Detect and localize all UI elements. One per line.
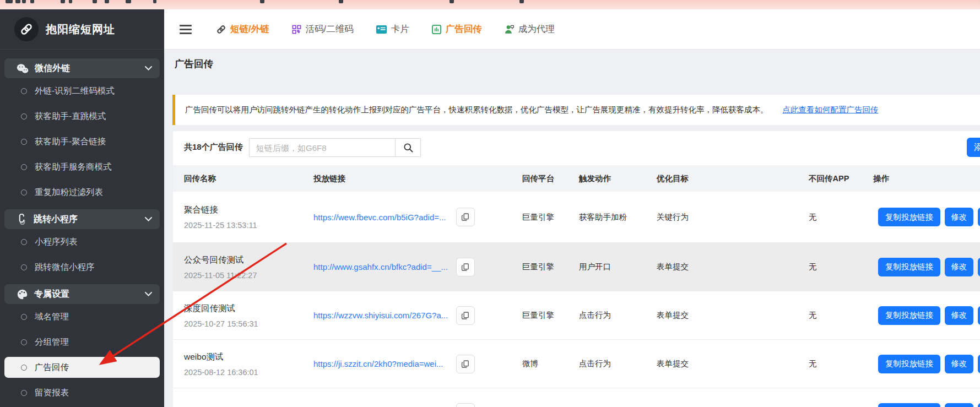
bullet-circle-icon [21, 390, 27, 396]
browser-strip-mark [93, 0, 97, 3]
copy-link-icon-button[interactable] [456, 258, 475, 276]
browser-strip-mark [61, 0, 65, 3]
chain-link-logo-icon [14, 17, 39, 41]
add-callback-button[interactable]: 添 [967, 138, 980, 157]
top-navigation: 短链/外链 活码/二维码 卡片 广告回传 [164, 9, 980, 50]
sidebar-group-label: 跳转小程序 [34, 214, 78, 225]
column-header-url: 投放链接 [313, 173, 522, 184]
table-row: 聚合链接 2025-11-25 13:53:11 https://wew.fbe… [173, 192, 980, 243]
banner-config-help-link[interactable]: 点此查看如何配置广告回传 [783, 105, 879, 115]
nav-item-short-links[interactable]: 短链/外链 [216, 23, 269, 35]
browser-strip-mark [339, 0, 343, 3]
banner-text: 广告回传可以将用户访问跳转外链产生的转化动作上报到对应的广告平台，快速积累转化数… [185, 105, 768, 115]
trigger-action: 用户开口 [579, 262, 657, 272]
callback-platform: 巨量引擎 [522, 310, 579, 321]
delivery-link[interactable]: https://ji.szzit.cn/2kh0?media=wei... [313, 359, 451, 368]
callback-platform: 巨量引擎 [522, 212, 579, 223]
main-content: 广告回传 广告回传可以将用户访问跳转外链产生的转化动作上报到对应的广告平台，快速… [164, 50, 980, 407]
callback-name: 聚合链接 [184, 204, 313, 216]
edit-button[interactable]: 修改 [945, 355, 973, 373]
sidebar-group-label: 专属设置 [34, 289, 69, 300]
hamburger-menu-icon[interactable] [180, 25, 192, 34]
bullet-circle-icon [21, 264, 27, 270]
edit-button[interactable]: 修改 [945, 208, 973, 226]
table-card: 共18个广告回传 添 回传名称 投放链接 回传平台 触发动作 [173, 131, 980, 407]
browser-strip-mark [6, 0, 13, 3]
browser-strip-mark [15, 0, 20, 3]
callback-name: 公众号回传测试 [184, 254, 313, 266]
nav-item-card[interactable]: 卡片 [376, 23, 409, 35]
sidebar-item-qr-recognition-mode[interactable]: 外链-识别二维码模式 [0, 78, 164, 104]
column-header-no-app: 不回传APP [809, 173, 873, 184]
search-box [249, 138, 421, 157]
edit-button[interactable]: 修改 [945, 306, 973, 325]
copy-delivery-link-button[interactable]: 复制投放链接 [878, 258, 940, 276]
sidebar-item-lead-report[interactable]: 留资报表 [0, 380, 164, 405]
no-callback-app: 无 [809, 212, 873, 223]
optimization-goal: 表单提交 [657, 359, 809, 369]
bullet-circle-icon [21, 339, 27, 345]
sidebar-group-wechat-links[interactable]: 微信外链 [4, 58, 160, 78]
copy-link-icon-button[interactable] [456, 208, 475, 226]
sidebar-item-domain-management[interactable]: 域名管理 [0, 304, 164, 329]
no-callback-app: 无 [809, 359, 873, 369]
qr-icon [291, 24, 302, 35]
card-icon [376, 25, 387, 34]
sidebar-item-ad-callback[interactable]: 广告回传 [4, 357, 160, 378]
sidebar-menu: 微信外链 外链-识别二维码模式 获客助手-直跳模式 获客助手-聚合链接 获客助手… [0, 50, 164, 405]
delete-button[interactable]: 删 [978, 306, 980, 325]
edit-button[interactable]: 修改 [945, 403, 973, 407]
copy-delivery-link-button[interactable]: 复制投放链接 [878, 355, 940, 373]
sidebar-item-aggregate-links[interactable]: 获客助手-聚合链接 [0, 129, 164, 154]
bullet-circle-icon [21, 164, 27, 170]
copy-icon [461, 263, 470, 272]
sidebar-item-miniprogram-list[interactable]: 小程序列表 [0, 229, 164, 254]
palette-icon [17, 289, 28, 300]
optimization-goal: 表单提交 [657, 262, 809, 272]
sidebar-item-direct-jump-mode[interactable]: 获客助手-直跳模式 [0, 104, 164, 129]
sidebar-item-duplicate-fan-filter[interactable]: 重复加粉过滤列表 [0, 180, 164, 205]
copy-delivery-link-button[interactable]: 复制投放链接 [878, 403, 940, 407]
sidebar-item-jump-wechat-miniprogram[interactable]: 跳转微信小程序 [0, 254, 164, 280]
sidebar-group-label: 微信外链 [35, 63, 70, 74]
table-row: weibo测试 2025-08-12 16:36:01 https://ji.s… [173, 340, 980, 388]
delete-button[interactable]: 删 [978, 258, 980, 276]
delivery-link[interactable]: https://wzzvw.shiyisui.com/267G?a... [313, 311, 451, 320]
delete-button[interactable]: 删 [978, 208, 980, 226]
column-header-platform: 回传平台 [522, 173, 579, 184]
logo: 抱阳缩短网址 [0, 9, 164, 50]
callback-date: 2025-10-27 15:56:31 [184, 319, 313, 328]
nav-item-ad-callback[interactable]: 广告回传 [431, 23, 482, 35]
edit-button[interactable]: 修改 [945, 258, 973, 276]
copy-link-icon-button[interactable] [456, 403, 475, 407]
delivery-link[interactable]: http://www.gsahfx.cn/bfkc?adid=__... [313, 262, 451, 272]
copy-delivery-link-button[interactable]: 复制投放链接 [878, 208, 940, 226]
copy-delivery-link-button[interactable]: 复制投放链接 [878, 306, 940, 325]
callback-date: 2025-11-25 13:53:11 [184, 221, 313, 230]
browser-strip-mark [519, 0, 524, 3]
delete-button[interactable]: 删 [978, 403, 980, 407]
nav-item-become-agent[interactable]: 成为代理 [504, 23, 555, 35]
column-header-goal: 优化目标 [657, 173, 809, 184]
sidebar-group-miniprogram-jump[interactable]: 跳转小程序 [4, 209, 160, 229]
sidebar-group-exclusive-settings[interactable]: 专属设置 [4, 284, 160, 304]
browser-strip-mark [69, 0, 72, 3]
optimization-goal: 表单提交 [657, 310, 809, 321]
callback-name: weibo测试 [184, 351, 313, 363]
sidebar-item-group-management[interactable]: 分组管理 [0, 329, 164, 355]
no-callback-app: 无 [809, 262, 873, 272]
search-button[interactable] [395, 138, 421, 157]
delete-button[interactable]: 删 [978, 355, 980, 373]
copy-link-icon-button[interactable] [456, 306, 475, 325]
browser-strip-mark [30, 0, 34, 3]
column-header-trigger: 触发动作 [579, 173, 657, 184]
browser-strip-mark [126, 0, 131, 3]
delivery-link[interactable]: https://wew.fbevc.com/b5iG?adid=... [313, 213, 451, 222]
info-banner: 广告回传可以将用户访问跳转外链产生的转化动作上报到对应的广告平台，快速积累转化数… [172, 95, 980, 125]
sidebar-item-service-provider-mode[interactable]: 获客助手服务商模式 [0, 154, 164, 180]
page-title: 广告回传 [175, 57, 213, 70]
nav-item-live-qr-code[interactable]: 活码/二维码 [291, 23, 354, 35]
search-input[interactable] [249, 138, 396, 157]
copy-link-icon-button[interactable] [456, 355, 475, 373]
ad-report-icon [431, 24, 442, 35]
